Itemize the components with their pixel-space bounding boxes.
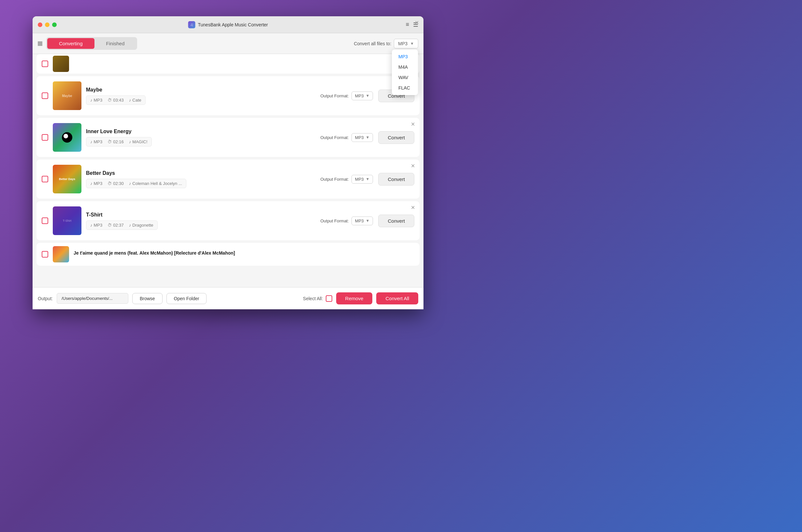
- format-option-m4a[interactable]: M4A: [392, 62, 418, 72]
- output-path: /Users/apple/Documents/...: [57, 293, 128, 304]
- user-icon-better: ♪: [129, 181, 131, 186]
- maximize-button[interactable]: [52, 22, 57, 27]
- output-format-inner-love: Output Format: MP3 ▼: [320, 133, 373, 142]
- convert-button-better-days[interactable]: Convert: [378, 173, 414, 186]
- convert-all-button[interactable]: Convert All: [376, 292, 418, 304]
- artist-meta-better: ♪ Coleman Hell & Jocelyn ...: [129, 181, 182, 186]
- user-icon-inner: ♪: [129, 139, 131, 144]
- checkbox-tshirt[interactable]: [42, 217, 48, 224]
- format-option-flac[interactable]: FLAC: [392, 83, 418, 93]
- chevron-maybe: ▼: [366, 93, 370, 98]
- duration-meta-better: ⏱ 02:30: [108, 181, 124, 186]
- checkbox-better-days[interactable]: [42, 176, 48, 182]
- song-info-inner-love: Inner Love Energy ♪ MP3 ⏱ 02:16 ♪ MAGIC!: [86, 129, 316, 147]
- format-option-wav[interactable]: WAV: [392, 72, 418, 83]
- app-title-area: ♫ TunesBank Apple Music Converter: [188, 21, 268, 28]
- format-select-maybe[interactable]: MP3 ▼: [352, 92, 373, 100]
- format-option-mp3[interactable]: MP3: [392, 52, 418, 62]
- output-format-label-better: Output Format:: [320, 177, 349, 182]
- album-art-maybe: Maybe: [53, 81, 81, 110]
- tab-bar: Converting Finished Convert all files to…: [33, 33, 424, 54]
- artist-meta-tshirt: ♪ Dragonette: [129, 223, 153, 228]
- format-meta-tshirt: ♪ MP3: [90, 223, 102, 228]
- clock-icon-tshirt: ⏱: [108, 223, 112, 228]
- song-title-inner-love: Inner Love Energy: [86, 129, 316, 134]
- playlist-icon[interactable]: ≡: [406, 21, 409, 28]
- song-item-maybe: Maybe Maybe ♪ MP3 ⏱ 03:43 ♪ Cate: [36, 76, 419, 115]
- song-item-inner-love: ✕ Inner Love Energy ♪ MP3 ⏱: [36, 118, 419, 157]
- format-selector: Convert all files to: MP3 ▼ MP3 M4A WAV …: [354, 39, 418, 49]
- song-meta-better-days: ♪ MP3 ⏱ 02:30 ♪ Coleman Hell & Jocelyn .…: [86, 179, 186, 188]
- select-all-label: Select All:: [303, 296, 323, 301]
- tab-converting[interactable]: Converting: [47, 38, 94, 49]
- select-all-area: Select All:: [303, 295, 332, 302]
- user-icon-tshirt: ♪: [129, 223, 131, 228]
- format-meta-maybe: ♪ MP3: [90, 98, 102, 102]
- open-folder-button[interactable]: Open Folder: [166, 293, 207, 304]
- output-format-label-tshirt: Output Format:: [320, 218, 349, 223]
- duration-meta-tshirt: ⏱ 02:37: [108, 223, 124, 228]
- output-format-tshirt: Output Format: MP3 ▼: [320, 216, 373, 225]
- format-select-inner-love[interactable]: MP3 ▼: [352, 133, 373, 142]
- chevron-inner: ▼: [366, 135, 370, 140]
- song-title-better-days: Better Days: [86, 170, 316, 176]
- chevron-better: ▼: [366, 177, 370, 182]
- song-actions-tshirt: Output Format: MP3 ▼ Convert: [320, 214, 414, 227]
- format-dropdown[interactable]: MP3 ▼ MP3 M4A WAV FLAC: [394, 39, 418, 49]
- album-art-better-days: Better Days: [53, 165, 81, 193]
- minimize-button[interactable]: [45, 22, 50, 27]
- checkbox-inner-love[interactable]: [42, 134, 48, 141]
- song-item-je-taime: ✕ Je t'aime quand je mens (feat. Alex Mc…: [36, 243, 419, 266]
- tab-finished[interactable]: Finished: [94, 38, 136, 49]
- app-icon: ♫: [188, 21, 195, 28]
- note-icon: ♪: [90, 98, 93, 102]
- output-format-label-maybe: Output Format:: [320, 93, 349, 98]
- duration-meta-maybe: ⏱ 03:43: [108, 98, 124, 102]
- album-art-je-taime: [53, 246, 69, 262]
- song-actions-better-days: Output Format: MP3 ▼ Convert: [320, 173, 414, 186]
- output-format-maybe: Output Format: MP3 ▼: [320, 92, 373, 100]
- album-art-inner-love: [53, 123, 81, 152]
- song-actions-inner-love: Output Format: MP3 ▼ Convert: [320, 131, 414, 144]
- chevron-tshirt: ▼: [366, 218, 370, 223]
- clock-icon-maybe: ⏱: [108, 98, 112, 102]
- song-info-maybe: Maybe ♪ MP3 ⏱ 03:43 ♪ Cate: [86, 87, 316, 105]
- artist-meta-inner-love: ♪ MAGIC!: [129, 139, 148, 144]
- close-icon-better-days[interactable]: ✕: [411, 163, 415, 169]
- checkbox-je-taime[interactable]: [42, 251, 48, 258]
- format-select-tshirt[interactable]: MP3 ▼: [352, 216, 373, 225]
- close-icon-inner-love[interactable]: ✕: [411, 121, 415, 127]
- app-title: TunesBank Apple Music Converter: [198, 22, 268, 27]
- select-all-checkbox[interactable]: [326, 295, 332, 302]
- clock-icon-better: ⏱: [108, 181, 112, 186]
- convert-button-tshirt[interactable]: Convert: [378, 214, 414, 227]
- close-button[interactable]: [38, 22, 42, 27]
- note-icon-tshirt: ♪: [90, 223, 93, 228]
- checkbox-partial-top[interactable]: [42, 60, 48, 67]
- remove-button[interactable]: Remove: [336, 292, 373, 304]
- song-info-better-days: Better Days ♪ MP3 ⏱ 02:30 ♪ Coleman Hell…: [86, 170, 316, 188]
- tabs-container: Converting Finished: [46, 37, 137, 50]
- song-item-tshirt: ✕ T-Shirt T-Shirt ♪ MP3 ⏱ 02:37: [36, 201, 419, 240]
- convert-button-inner-love[interactable]: Convert: [378, 131, 414, 144]
- checkbox-maybe[interactable]: [42, 93, 48, 99]
- browse-button[interactable]: Browse: [132, 293, 163, 304]
- note-icon-better: ♪: [90, 181, 93, 186]
- format-dropdown-menu: MP3 M4A WAV FLAC: [392, 50, 418, 95]
- bottom-bar: Output: /Users/apple/Documents/... Brows…: [33, 287, 424, 309]
- format-meta-inner-love: ♪ MP3: [90, 139, 102, 144]
- song-title-je-taime: Je t'aime quand je mens (feat. Alex McMa…: [74, 250, 414, 255]
- song-info-je-taime: Je t'aime quand je mens (feat. Alex McMa…: [74, 250, 414, 258]
- duration-meta-inner-love: ⏱ 02:16: [108, 139, 124, 144]
- format-select-better-days[interactable]: MP3 ▼: [352, 175, 373, 184]
- song-list: Maybe Maybe ♪ MP3 ⏱ 03:43 ♪ Cate: [33, 54, 424, 289]
- user-icon-maybe: ♪: [129, 98, 131, 102]
- song-title-maybe: Maybe: [86, 87, 316, 93]
- album-art-tshirt: T-Shirt: [53, 206, 81, 235]
- close-icon-tshirt[interactable]: ✕: [411, 205, 415, 211]
- song-meta-inner-love: ♪ MP3 ⏱ 02:16 ♪ MAGIC!: [86, 137, 152, 147]
- output-format-label-inner: Output Format:: [320, 135, 349, 140]
- clock-icon-inner: ⏱: [108, 139, 112, 144]
- song-info-tshirt: T-Shirt ♪ MP3 ⏱ 02:37 ♪ Dragonette: [86, 212, 316, 230]
- selected-format: MP3: [398, 41, 408, 46]
